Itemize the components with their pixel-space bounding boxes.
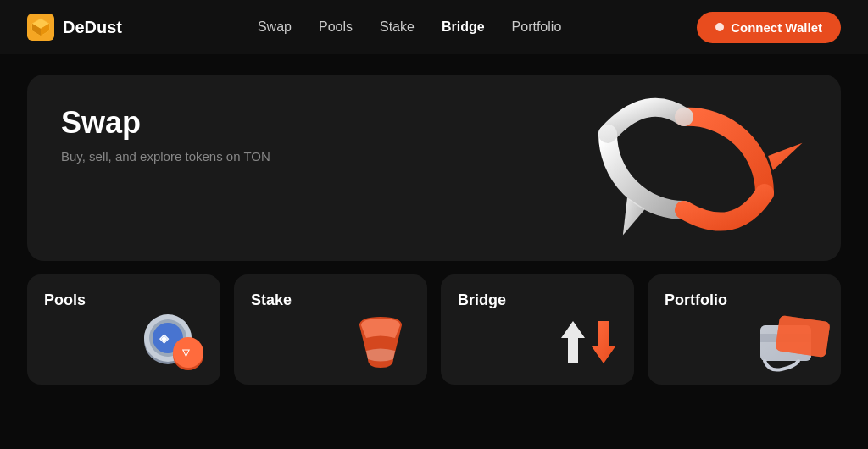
card-stake[interactable]: Stake <box>234 274 427 385</box>
logo-text: DeDust <box>63 18 122 37</box>
svg-text:◈: ◈ <box>159 331 170 345</box>
svg-rect-15 <box>775 315 830 358</box>
connect-wallet-button[interactable]: Connect Wallet <box>697 12 841 43</box>
portfolio-illustration <box>756 308 832 376</box>
nav-swap[interactable]: Swap <box>258 19 292 35</box>
hero-card[interactable]: Swap Buy, sell, and explore tokens on TO… <box>27 75 841 261</box>
logo[interactable]: DeDust <box>27 14 122 41</box>
card-bridge[interactable]: Bridge <box>441 274 634 385</box>
nav-links: Swap Pools Stake Bridge Portfolio <box>258 19 561 35</box>
connect-wallet-label: Connect Wallet <box>731 20 822 35</box>
nav-portfolio[interactable]: Portfolio <box>512 19 562 35</box>
stake-illustration <box>342 308 419 376</box>
card-pools[interactable]: Pools ◈ ▽ <box>27 274 220 385</box>
connect-status-dot <box>715 23 724 31</box>
card-pools-title: Pools <box>44 291 203 309</box>
card-stake-title: Stake <box>251 291 410 309</box>
svg-text:▽: ▽ <box>181 347 190 358</box>
main-content: Swap Buy, sell, and explore tokens on TO… <box>0 54 868 405</box>
pools-illustration: ◈ ▽ <box>136 308 212 376</box>
card-portfolio[interactable]: Portfolio <box>648 274 841 385</box>
nav-stake[interactable]: Stake <box>380 19 415 35</box>
card-bridge-title: Bridge <box>458 291 617 309</box>
feature-cards: Pools ◈ ▽ <box>27 274 841 385</box>
bridge-illustration <box>549 308 626 376</box>
nav-pools[interactable]: Pools <box>319 19 353 35</box>
card-portfolio-title: Portfolio <box>665 291 824 309</box>
logo-icon <box>27 14 54 41</box>
navbar: DeDust Swap Pools Stake Bridge Portfolio… <box>0 0 868 54</box>
nav-bridge[interactable]: Bridge <box>442 19 485 35</box>
swap-illustration <box>553 75 815 261</box>
